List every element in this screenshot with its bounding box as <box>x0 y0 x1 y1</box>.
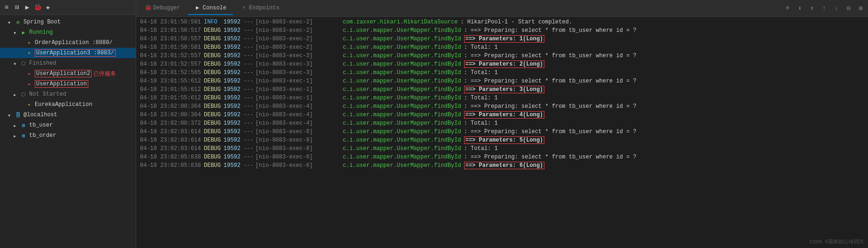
log-thread: [nio-8083-exec-4] <box>256 102 340 111</box>
finished-icon: ⬡ <box>20 60 27 67</box>
log-thread: [nio-8083-exec-4] <box>256 119 340 128</box>
upload-icon[interactable]: ⬆ <box>807 3 817 14</box>
log-line: 04-18 23:02:03:614DEBUG19592---[nio-8083… <box>136 128 868 136</box>
log-sep: --- <box>243 161 254 170</box>
log-time: 04-18 23:02:03:614 <box>140 136 201 144</box>
menu-action-icon[interactable]: ≡ <box>783 3 793 14</box>
log-sep: --- <box>243 136 254 144</box>
log-level: DEBUG <box>204 85 221 94</box>
grid-icon[interactable]: ⊞ <box>856 3 866 14</box>
stopped-badge: 已停服务 <box>93 70 116 78</box>
log-line: 04-18 23:02:00:364DEBUG19592---[nio-8083… <box>136 102 868 111</box>
log-sep: --- <box>243 43 254 52</box>
app-icon-user2: ✦ <box>25 70 33 77</box>
log-class: c.i.user.mapper.UserMapper.findById <box>343 128 461 136</box>
log-pid: 19592 <box>224 136 240 144</box>
tab-endpoints[interactable]: ⚡ Endpoints <box>234 2 286 15</box>
params-highlight: ==> Parameters: 4(Long) <box>464 111 545 119</box>
main-panel: 🐞 Debugger ▶ Console ⚡ Endpoints ≡ ⬇ ⬆ ↑… <box>136 0 868 248</box>
log-time: 04-18 23:01:50:581 <box>140 43 201 52</box>
log-line: 04-18 23:02:05:838DEBUG19592---[nio-8083… <box>136 161 868 170</box>
log-thread: [nio-8083-exec-3] <box>256 68 340 77</box>
tree-item-tb-order[interactable]: ⊞ tb_order <box>0 130 136 141</box>
download-icon[interactable]: ⬇ <box>795 3 805 14</box>
debug-icon[interactable]: 🐞 <box>34 4 41 11</box>
expand-arrow-finished <box>13 60 19 66</box>
log-class: c.i.user.mapper.UserMapper.findById <box>343 60 461 68</box>
log-thread: [nio-8083-exec-6] <box>256 153 340 161</box>
tab-console[interactable]: ▶ Console <box>188 2 233 15</box>
log-class: c.i.user.mapper.UserMapper.findById <box>343 26 461 35</box>
log-msg: : Total: 1 <box>464 68 864 77</box>
log-line: 04-18 23:02:05:838DEBUG19592---[nio-8083… <box>136 153 868 161</box>
log-sep: --- <box>243 26 254 35</box>
log-time: 04-18 23:02:00:372 <box>140 119 201 128</box>
run-icon[interactable]: ▶ <box>23 4 31 11</box>
tree-label-localhost: @localhost <box>23 112 57 118</box>
tree-label-order-app: OrderApplication :8080/ <box>35 39 113 46</box>
log-time: 04-18 23:02:03:614 <box>140 128 201 136</box>
params-highlight: ==> Parameters: 1(Long) <box>464 35 545 43</box>
log-time: 04-18 23:01:55:612 <box>140 85 201 94</box>
log-time: 04-18 23:01:52:557 <box>140 52 201 60</box>
tree-item-spring-boot[interactable]: ⚙ Spring Boot <box>0 17 136 27</box>
log-pid: 19592 <box>224 102 240 111</box>
tree-label-spring-boot: Spring Boot <box>23 19 61 25</box>
log-class: c.i.user.mapper.UserMapper.findById <box>343 35 461 43</box>
log-msg: ==> Parameters: 1(Long) <box>464 35 864 43</box>
console-tab-icon: ▶ <box>194 5 201 11</box>
log-class: c.i.user.mapper.UserMapper.findById <box>343 52 461 60</box>
log-msg: ==> Parameters: 4(Long) <box>464 111 864 119</box>
tree-item-running[interactable]: ▶ Running <box>0 27 136 38</box>
spacer4 <box>19 81 24 87</box>
log-msg: : Total: 1 <box>464 144 864 153</box>
log-time: 04-18 23:02:05:838 <box>140 161 201 170</box>
tree-item-order-app[interactable]: ✦ OrderApplication :8080/ <box>0 38 136 48</box>
log-container[interactable]: 04-18 23:01:50:501INFO19592---[nio-8083-… <box>136 17 868 248</box>
expand-arrow-tb-order <box>13 133 19 138</box>
spacer2 <box>19 50 24 56</box>
tree-item-user-app2[interactable]: ✦ UserApplication2 已停服务 <box>0 68 136 79</box>
tree-item-finished[interactable]: ⬡ Finished <box>0 58 136 68</box>
tree-item-user-app3[interactable]: ✦ UserApplication3 :8083/ <box>0 48 136 58</box>
filter-icon[interactable]: ⊟ <box>13 4 21 11</box>
log-sep: --- <box>243 111 254 119</box>
log-pid: 19592 <box>224 94 240 102</box>
filter-action-icon[interactable]: ⊟ <box>844 3 854 14</box>
log-msg: ==> Parameters: 3(Long) <box>464 85 864 94</box>
log-msg: ==> Parameters: 5(Long) <box>464 136 864 144</box>
down-icon[interactable]: ↓ <box>831 3 842 14</box>
log-sep: --- <box>243 68 254 77</box>
log-thread: [nio-8083-exec-8] <box>256 128 340 136</box>
tree-item-localhost[interactable]: 🗄 @localhost <box>0 110 136 120</box>
log-sep: --- <box>243 77 254 85</box>
tree-item-user-app[interactable]: ✦ UserApplication <box>0 79 136 89</box>
tree-item-tb-user[interactable]: ⊞ tb_user <box>0 120 136 130</box>
log-level: DEBUG <box>204 26 221 35</box>
log-level: DEBUG <box>204 102 221 111</box>
log-pid: 19592 <box>224 26 240 35</box>
log-level: DEBUG <box>204 144 221 153</box>
table-icon-order: ⊞ <box>20 132 27 139</box>
tab-actions: ≡ ⬇ ⬆ ↑ ↓ ⊟ ⊞ <box>783 3 866 14</box>
tab-bar: 🐞 Debugger ▶ Console ⚡ Endpoints ≡ ⬇ ⬆ ↑… <box>136 0 868 17</box>
log-sep: --- <box>243 119 254 128</box>
log-msg: : ==> Preparing: select * from tb_user w… <box>464 128 864 136</box>
log-time: 04-18 23:01:50:517 <box>140 26 201 35</box>
tree-item-eureka-app[interactable]: ✦ EurekaApplication <box>0 99 136 110</box>
menu-icon[interactable]: ≡ <box>3 4 10 11</box>
log-time: 04-18 23:01:55:612 <box>140 94 201 102</box>
project-tree: ⚙ Spring Boot ▶ Running ✦ OrderApplicati… <box>0 15 136 248</box>
tab-debugger[interactable]: 🐞 Debugger <box>138 2 187 15</box>
log-line: 04-18 23:02:00:364DEBUG19592---[nio-8083… <box>136 111 868 119</box>
log-thread: [nio-8083-exec-2] <box>256 18 340 26</box>
log-pid: 19592 <box>224 68 240 77</box>
tree-label-user-app2: UserApplication2 <box>35 70 92 77</box>
log-pid: 19592 <box>224 60 240 68</box>
log-class: c.i.user.mapper.UserMapper.findById <box>343 119 461 128</box>
log-time: 04-18 23:01:55:612 <box>140 77 201 85</box>
add-icon[interactable]: ✚ <box>44 4 52 11</box>
up-icon[interactable]: ↑ <box>819 3 829 14</box>
tree-item-not-started[interactable]: ⬡ Not Started <box>0 89 136 99</box>
log-level: INFO <box>204 18 221 26</box>
